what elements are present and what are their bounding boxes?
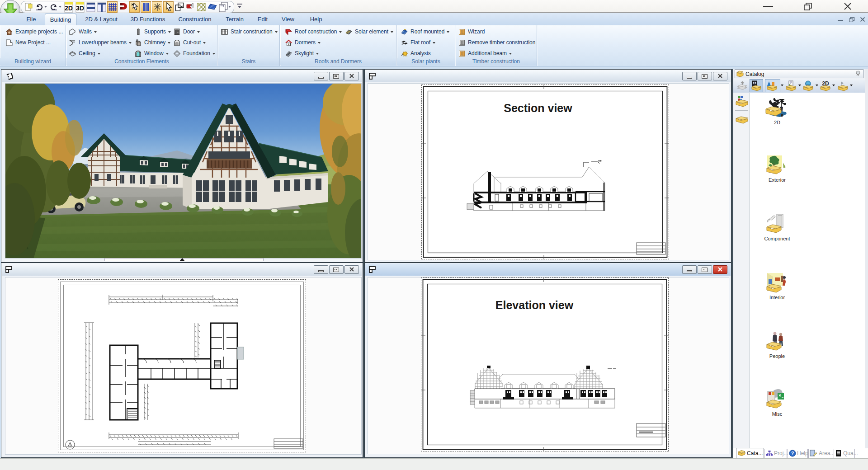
svg-text:2D: 2D (65, 5, 73, 12)
svg-text:3D: 3D (76, 5, 84, 12)
svg-text:?: ? (791, 451, 794, 456)
svg-text:Elevation view: Elevation view (495, 299, 574, 311)
svg-text:Section view: Section view (504, 102, 572, 114)
